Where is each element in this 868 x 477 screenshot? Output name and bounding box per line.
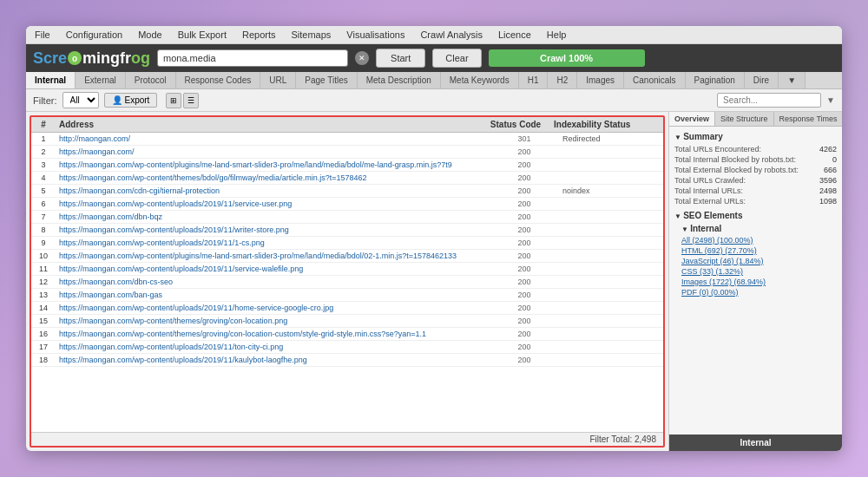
- table-row[interactable]: 17https://maongan.com/wp-content/uploads…: [31, 341, 663, 354]
- internal-subsection-title: Internal: [681, 224, 837, 233]
- tab-images[interactable]: Images: [577, 72, 624, 88]
- filter-bar: Filter: All 👤 Export ⊞ ☰ ▼: [26, 89, 842, 112]
- table-row[interactable]: 12https://maongan.com/dbn-cs-seo200: [31, 276, 663, 289]
- export-button[interactable]: 👤 Export: [104, 93, 158, 108]
- table-row[interactable]: 8https://maongan.com/wp-content/uploads/…: [31, 224, 663, 237]
- table-row[interactable]: 5https://maongan.com/cdn-cgi/tiernal-pro…: [31, 185, 663, 198]
- right-tab-site-structure[interactable]: Site Structure: [715, 112, 774, 126]
- table-row[interactable]: 7https://maongan.com/dbn-bqz200: [31, 211, 663, 224]
- right-panel: Overview Site Structure Response Times A…: [668, 112, 842, 451]
- crawl-button[interactable]: Crawl 100%: [489, 49, 645, 67]
- table-row[interactable]: 6https://maongan.com/wp-content/uploads/…: [31, 198, 663, 211]
- tab-meta-keywords[interactable]: Meta Keywords: [441, 72, 519, 88]
- table-header: # Address Status Code Indexability Statu…: [31, 117, 663, 133]
- start-button[interactable]: Start: [376, 49, 425, 68]
- menu-licence[interactable]: Licence: [496, 29, 533, 41]
- tab-h2[interactable]: H2: [548, 72, 577, 88]
- menu-crawl-analysis[interactable]: Crawl Analysis: [418, 29, 484, 41]
- logo: Screomingfrog: [33, 49, 150, 68]
- col-header-num: #: [31, 120, 56, 129]
- tab-canonicals[interactable]: Canonicals: [624, 72, 685, 88]
- search-dropdown[interactable]: ▼: [826, 95, 835, 105]
- internal-pdf[interactable]: PDF (0) (0.00%): [681, 288, 837, 297]
- table-row[interactable]: 14https://maongan.com/wp-content/uploads…: [31, 302, 663, 315]
- url-input[interactable]: [157, 49, 348, 67]
- menu-configuration[interactable]: Configuration: [64, 29, 124, 41]
- tab-external[interactable]: External: [76, 72, 126, 88]
- grid-view-icon[interactable]: ⊞: [166, 93, 181, 108]
- internal-all[interactable]: All (2498) (100.00%): [681, 236, 837, 245]
- tab-bar: Internal External Protocol Response Code…: [26, 72, 842, 89]
- internal-subsection: Internal All (2498) (100.00%) HTML (692)…: [681, 224, 837, 297]
- tab-meta-description[interactable]: Meta Description: [358, 72, 441, 88]
- table-row[interactable]: 13https://maongan.com/ban-gas200: [31, 289, 663, 302]
- toolbar: Screomingfrog ✕ Start Clear Crawl 100%: [26, 44, 842, 72]
- tab-pagination[interactable]: Pagination: [686, 72, 745, 88]
- right-bottom-label: Internal: [669, 435, 842, 451]
- stat-external-urls: Total External URLs: 1098: [674, 197, 837, 206]
- menu-mode[interactable]: Mode: [136, 29, 164, 41]
- tab-dire[interactable]: Dire: [745, 72, 779, 88]
- menu-sitemaps[interactable]: Sitemaps: [289, 29, 332, 41]
- table-body: 1http://maongan.com/301Redirected 2https…: [31, 133, 663, 432]
- internal-css[interactable]: CSS (33) (1.32%): [681, 267, 837, 276]
- right-tab-overview[interactable]: Overview: [669, 112, 715, 126]
- summary-title: Summary: [674, 132, 837, 141]
- tab-more[interactable]: ▼: [779, 72, 806, 88]
- stat-urls-crawled: Total URLs Crawled: 3596: [674, 176, 837, 185]
- tab-response-codes[interactable]: Response Codes: [176, 72, 261, 88]
- stat-external-blocked: Total External Blocked by robots.txt: 66…: [674, 166, 837, 174]
- list-view-icon[interactable]: ☰: [183, 93, 199, 108]
- menu-bulk-export[interactable]: Bulk Export: [176, 29, 228, 41]
- right-tab-bar: Overview Site Structure Response Times A: [669, 112, 842, 127]
- right-content: Summary Total URLs Encountered: 4262 Tot…: [669, 127, 842, 435]
- clear-url-button[interactable]: ✕: [355, 51, 369, 65]
- table-row[interactable]: 1http://maongan.com/301Redirected: [31, 133, 663, 146]
- filter-label: Filter:: [33, 95, 57, 106]
- filter-select[interactable]: All: [62, 92, 99, 108]
- tab-internal[interactable]: Internal: [26, 72, 76, 88]
- seo-elements-title: SEO Elements: [674, 211, 837, 220]
- col-header-address: Address: [56, 120, 481, 129]
- menu-visualisations[interactable]: Visualisations: [345, 29, 406, 41]
- tab-h1[interactable]: H1: [519, 72, 549, 88]
- stat-internal-blocked: Total Internal Blocked by robots.txt: 0: [674, 155, 837, 164]
- col-header-status: Status Code: [481, 120, 550, 129]
- internal-html[interactable]: HTML (692) (27.70%): [681, 246, 837, 255]
- stat-total-urls: Total URLs Encountered: 4262: [674, 145, 837, 154]
- table-row[interactable]: 15https://maongan.com/wp-content/themes/…: [31, 315, 663, 328]
- export-icon: 👤: [112, 95, 122, 105]
- clear-button[interactable]: Clear: [432, 49, 481, 68]
- table-row[interactable]: 9https://maongan.com/wp-content/uploads/…: [31, 237, 663, 250]
- internal-images[interactable]: Images (1722) (68.94%): [681, 278, 837, 286]
- table-row[interactable]: 18https://maongan.com/wp-content/uploads…: [31, 354, 663, 367]
- app-window: File Configuration Mode Bulk Export Repo…: [26, 26, 842, 451]
- tab-page-titles[interactable]: Page Titles: [296, 72, 357, 88]
- table-row[interactable]: 10https://maongan.com/wp-content/plugins…: [31, 250, 663, 263]
- menu-help[interactable]: Help: [545, 29, 569, 41]
- tab-url[interactable]: URL: [260, 72, 296, 88]
- table-row[interactable]: 3https://maongan.com/wp-content/plugins/…: [31, 159, 663, 172]
- view-icons: ⊞ ☰: [166, 93, 199, 108]
- table-row[interactable]: 2https://maongan.com/200: [31, 146, 663, 159]
- tab-protocol[interactable]: Protocol: [126, 72, 176, 88]
- search-input[interactable]: [717, 93, 821, 108]
- menu-bar: File Configuration Mode Bulk Export Repo…: [26, 26, 842, 44]
- left-panel: # Address Status Code Indexability Statu…: [30, 115, 665, 448]
- filter-total: Filter Total: 2,498: [31, 432, 663, 446]
- main-content: # Address Status Code Indexability Statu…: [26, 112, 842, 451]
- menu-file[interactable]: File: [33, 29, 52, 41]
- table-row[interactable]: 11https://maongan.com/wp-content/uploads…: [31, 263, 663, 276]
- table-row[interactable]: 16https://maongan.com/wp-content/themes/…: [31, 328, 663, 341]
- stat-internal-urls: Total Internal URLs: 2498: [674, 186, 837, 195]
- menu-reports[interactable]: Reports: [240, 29, 278, 41]
- right-tab-response-times[interactable]: Response Times: [774, 112, 842, 126]
- col-header-indexability: Indexability Status: [550, 120, 654, 129]
- table-row[interactable]: 4https://maongan.com/wp-content/themes/b…: [31, 172, 663, 185]
- internal-javascript[interactable]: JavaScript (46) (1.84%): [681, 257, 837, 265]
